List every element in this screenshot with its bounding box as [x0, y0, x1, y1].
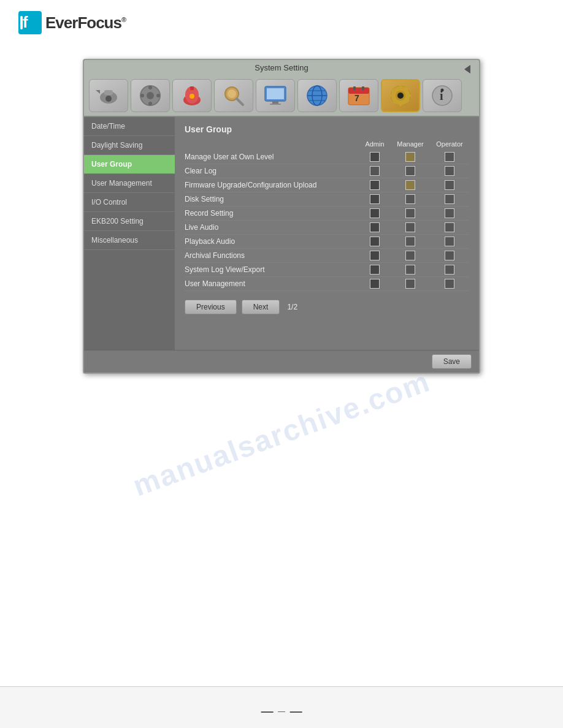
- title-bar: System Setting: [84, 60, 479, 75]
- svg-marker-5: [96, 90, 100, 94]
- svg-point-11: [148, 102, 152, 105]
- perm-firmware-operator[interactable]: [430, 180, 469, 190]
- perm-liveaudio-label: Live Audio: [185, 223, 359, 232]
- perm-record-label: Record Setting: [185, 209, 359, 218]
- film-toolbar-icon[interactable]: [131, 79, 170, 112]
- svg-text:f: f: [23, 13, 28, 31]
- perm-clearlog-admin[interactable]: [359, 166, 391, 176]
- perm-firmware-admin[interactable]: [359, 180, 391, 190]
- footer-bar: Save: [84, 350, 479, 373]
- gear-toolbar-icon[interactable]: [381, 79, 420, 112]
- perm-record-operator[interactable]: [430, 208, 469, 218]
- everfocus-logo-icon: f: [18, 11, 42, 34]
- page-dash-right: [289, 711, 302, 713]
- sidebar-item-usergroup[interactable]: User Group: [84, 155, 175, 174]
- logo-text: EverFocus®: [45, 13, 126, 32]
- sidebar-item-misc[interactable]: Miscellaneous: [84, 231, 175, 250]
- perm-syslog-operator[interactable]: [430, 265, 469, 275]
- svg-point-19: [228, 89, 236, 98]
- perm-liveaudio-admin[interactable]: [359, 222, 391, 232]
- perm-archival-manager[interactable]: [391, 251, 430, 260]
- perm-playbackaudio-operator[interactable]: [430, 237, 469, 246]
- permission-row-playbackaudio: Playback Audio: [185, 235, 469, 249]
- save-button[interactable]: Save: [432, 354, 472, 369]
- permission-row-usermgmt: User Management: [185, 277, 469, 291]
- permission-row-record: Record Setting: [185, 207, 469, 221]
- page-number: —: [259, 707, 305, 716]
- logo-reg: ®: [121, 16, 126, 23]
- sidebar-item-daylight[interactable]: Daylight Saving: [84, 136, 175, 155]
- page-dash-left: [261, 711, 274, 713]
- svg-rect-41: [407, 94, 411, 97]
- perm-usermgmt-operator[interactable]: [430, 279, 469, 289]
- perm-clearlog-operator[interactable]: [430, 166, 469, 176]
- perm-manage-user-operator[interactable]: [430, 152, 469, 162]
- perm-clearlog-label: Clear Log: [185, 167, 359, 175]
- globe-toolbar-icon[interactable]: [297, 79, 337, 112]
- sidebar-item-ekb200[interactable]: EKB200 Setting: [84, 212, 175, 231]
- perm-liveaudio-operator[interactable]: [430, 222, 469, 232]
- main-window: System Setting: [83, 59, 480, 374]
- perm-playbackaudio-admin[interactable]: [359, 237, 391, 246]
- perm-archival-admin[interactable]: [359, 251, 391, 260]
- logo-area: f EverFocus®: [0, 0, 563, 40]
- col-operator-label: Operator: [430, 140, 469, 148]
- perm-disk-admin[interactable]: [359, 194, 391, 204]
- perm-firmware-manager[interactable]: [391, 180, 430, 190]
- camera-toolbar-icon[interactable]: [89, 79, 128, 112]
- back-button[interactable]: [459, 63, 473, 76]
- perm-record-manager[interactable]: [391, 208, 430, 218]
- permission-row-firmware: Firmware Upgrade/Configuration Upload: [185, 178, 469, 192]
- perm-syslog-admin[interactable]: [359, 265, 391, 275]
- svg-rect-24: [270, 104, 281, 105]
- perm-manage-user-admin[interactable]: [359, 152, 391, 162]
- svg-line-20: [237, 99, 243, 105]
- perm-record-admin[interactable]: [359, 208, 391, 218]
- sidebar-item-usermgmt[interactable]: User Management: [84, 174, 175, 193]
- svg-rect-16: [190, 86, 194, 90]
- sidebar-item-iocontrol[interactable]: I/O Control: [84, 193, 175, 212]
- perm-playbackaudio-manager[interactable]: [391, 237, 430, 246]
- svg-point-9: [147, 92, 154, 99]
- svg-rect-39: [399, 102, 402, 106]
- perm-manage-user-manager[interactable]: [391, 152, 430, 162]
- panel-title: User Group: [185, 124, 469, 134]
- svg-marker-3: [464, 65, 470, 74]
- perm-usermgmt-label: User Management: [185, 279, 359, 288]
- perm-manage-user-label: Manage User at Own Level: [185, 153, 359, 161]
- perm-disk-manager[interactable]: [391, 194, 430, 204]
- page-indicator: 1/2: [287, 303, 297, 311]
- svg-point-17: [190, 94, 194, 99]
- permission-row-manage-user: Manage User at Own Level: [185, 150, 469, 164]
- perm-disk-label: Disk Setting: [185, 195, 359, 203]
- monitor-toolbar-icon[interactable]: [256, 79, 295, 112]
- perm-archival-operator[interactable]: [430, 251, 469, 260]
- permission-row-archival: Archival Functions: [185, 249, 469, 263]
- perm-syslog-manager[interactable]: [391, 265, 430, 275]
- sidebar-item-datetime[interactable]: Date/Time: [84, 117, 175, 136]
- perm-liveaudio-manager[interactable]: [391, 222, 430, 232]
- perm-usermgmt-admin[interactable]: [359, 279, 391, 289]
- perm-syslog-label: System Log View/Export: [185, 265, 359, 274]
- permission-row-syslog: System Log View/Export: [185, 263, 469, 277]
- previous-button[interactable]: Previous: [185, 300, 237, 314]
- svg-rect-40: [390, 94, 394, 97]
- perm-disk-operator[interactable]: [430, 194, 469, 204]
- bottom-bar: —: [0, 686, 563, 728]
- query-toolbar-icon[interactable]: [214, 79, 253, 112]
- svg-point-12: [140, 94, 144, 97]
- svg-point-37: [397, 93, 404, 99]
- svg-rect-22: [267, 88, 284, 99]
- svg-point-10: [148, 86, 152, 89]
- main-panel: User Group Admin Manager Operator Manage…: [175, 117, 479, 350]
- perm-usermgmt-manager[interactable]: [391, 279, 430, 289]
- svg-text:7: 7: [354, 93, 359, 103]
- next-button[interactable]: Next: [242, 300, 280, 314]
- alarm-toolbar-icon[interactable]: [172, 79, 212, 112]
- calendar-toolbar-icon[interactable]: 7: [339, 79, 378, 112]
- sidebar: Date/Time Daylight Saving User Group Use…: [84, 117, 175, 350]
- info-toolbar-icon[interactable]: i: [423, 79, 462, 112]
- watermark: manualsarchive.com: [129, 364, 435, 502]
- perm-clearlog-manager[interactable]: [391, 166, 430, 176]
- perm-archival-label: Archival Functions: [185, 251, 359, 260]
